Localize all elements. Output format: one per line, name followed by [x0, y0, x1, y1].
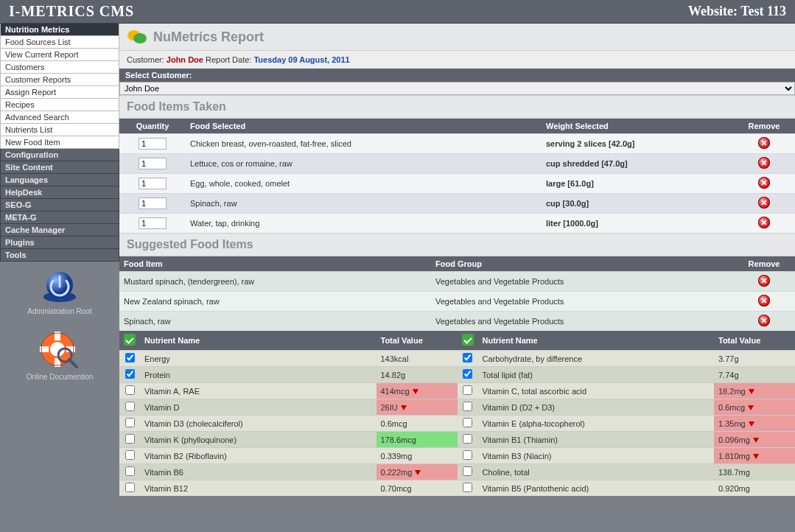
- sidebar-item[interactable]: Customers: [0, 61, 119, 74]
- col-total-value: Total Value: [714, 331, 795, 351]
- nutrient-name: Vitamin B5 (Pantothenic acid): [478, 480, 715, 497]
- table-row: Vitamin B1 (Thiamin)0.096mg: [458, 432, 796, 448]
- nutrient-value: 138.7mg: [714, 464, 795, 480]
- nutrient-value: 0.70mcg: [377, 480, 458, 497]
- col-food-group: Food Group: [431, 256, 733, 272]
- date-label: Report Date:: [206, 55, 251, 64]
- arrow-down-icon: [749, 421, 754, 427]
- sidebar-item[interactable]: Nutrients List: [0, 124, 119, 136]
- table-row: Vitamin C, total ascorbic acid18.2mg: [458, 383, 796, 399]
- nutrient-checkbox[interactable]: [125, 402, 135, 411]
- nutrient-checkbox[interactable]: [125, 466, 135, 476]
- quantity-input[interactable]: [139, 138, 167, 150]
- sidebar-group[interactable]: SEO-G: [0, 199, 119, 211]
- nutrient-value: 414mcg: [377, 383, 458, 399]
- suggested-item: New Zealand spinach, raw: [119, 292, 431, 312]
- table-row: Vitamin D26IU: [119, 399, 458, 416]
- power-icon[interactable]: [38, 267, 81, 304]
- food-selected: Chicken breast, oven-roasted, fat-free, …: [186, 134, 542, 154]
- sidebar-group[interactable]: META-G: [0, 211, 119, 224]
- sidebar-item[interactable]: New Food Item: [0, 136, 119, 149]
- remove-button[interactable]: [758, 295, 770, 307]
- remove-button[interactable]: [758, 197, 770, 209]
- quantity-input[interactable]: [139, 217, 167, 229]
- nutrient-checkbox[interactable]: [125, 369, 135, 379]
- quantity-input[interactable]: [139, 197, 167, 209]
- sidebar-group[interactable]: Site Content: [0, 161, 119, 174]
- nutrient-checkbox[interactable]: [463, 369, 472, 379]
- table-row: Vitamin B120.70mcg: [119, 480, 458, 497]
- nutrient-checkbox[interactable]: [463, 353, 472, 363]
- nutrient-checkbox[interactable]: [125, 434, 135, 444]
- col-check: [119, 331, 140, 351]
- nutrient-checkbox[interactable]: [463, 418, 472, 427]
- food-selected: Lettuce, cos or romaine, raw: [186, 154, 542, 174]
- nutrient-checkbox[interactable]: [463, 450, 472, 460]
- table-row: Vitamin K (phylloquinone)178.6mcg: [119, 432, 458, 448]
- suggested-group: Vegetables and Vegetable Products: [431, 292, 733, 312]
- sidebar-item[interactable]: Food Sources List: [0, 36, 119, 49]
- arrow-down-icon: [749, 389, 754, 394]
- date-value: Tuesday 09 August, 2011: [253, 55, 349, 64]
- remove-button[interactable]: [758, 275, 770, 287]
- nutrient-value: 18.2mg: [714, 383, 795, 399]
- sidebar-group[interactable]: Languages: [0, 174, 119, 186]
- sidebar-group[interactable]: Tools: [0, 249, 119, 262]
- nutrient-checkbox[interactable]: [463, 385, 472, 395]
- nutrients-table: Nutrient Name Total Value Energy143kcalP…: [119, 331, 795, 496]
- sidebar-group[interactable]: Configuration: [0, 149, 119, 161]
- col-nutrient-name: Nutrient Name: [140, 331, 377, 351]
- arrow-down-icon: [753, 454, 759, 459]
- remove-button[interactable]: [758, 177, 770, 189]
- nutrient-checkbox[interactable]: [125, 483, 135, 492]
- quantity-input[interactable]: [139, 178, 167, 189]
- nutrient-checkbox[interactable]: [463, 483, 472, 492]
- sidebar-group[interactable]: Plugins: [0, 237, 119, 249]
- sidebar-item[interactable]: View Current Report: [0, 49, 119, 61]
- nutrient-value: 0.096mg: [714, 432, 795, 448]
- sidebar-item-nutrition-metrics[interactable]: Nutrition Metrics: [0, 24, 119, 36]
- col-check: [458, 331, 478, 351]
- sidebar-group[interactable]: HelpDesk: [0, 186, 119, 199]
- nutrient-name: Vitamin B2 (Riboflavin): [140, 448, 377, 464]
- sidebar-item[interactable]: Customer Reports: [0, 74, 119, 86]
- lifebuoy-icon[interactable]: [38, 330, 81, 370]
- remove-button[interactable]: [758, 137, 770, 149]
- sidebar-group[interactable]: Cache Manager: [0, 224, 119, 237]
- remove-button[interactable]: [758, 157, 770, 169]
- admin-root-label[interactable]: Administration Root: [3, 307, 116, 315]
- remove-button[interactable]: [758, 315, 770, 326]
- weight-selected: liter [1000.0g]: [542, 214, 733, 234]
- nutrient-checkbox[interactable]: [463, 402, 472, 411]
- nutrient-value: 0.222mg: [377, 464, 458, 480]
- nutrient-name: Vitamin B6: [140, 464, 377, 480]
- nutrient-name: Protein: [140, 367, 377, 383]
- nutrient-name: Vitamin D (D2 + D3): [478, 399, 715, 416]
- sidebar-item[interactable]: Recipes: [0, 99, 119, 111]
- page-title: NuMetrics Report: [153, 29, 264, 45]
- check-all-icon[interactable]: [462, 334, 474, 346]
- nutrient-name: Vitamin D3 (cholecalciferol): [140, 416, 377, 432]
- customer-select[interactable]: John Doe: [119, 82, 795, 95]
- quantity-input[interactable]: [139, 158, 167, 169]
- sidebar-item[interactable]: Assign Report: [0, 86, 119, 99]
- online-doc-label[interactable]: Online Documention: [3, 373, 116, 381]
- nutrient-checkbox[interactable]: [125, 385, 135, 395]
- col-remove: Remove: [733, 256, 795, 272]
- nutrient-name: Choline, total: [478, 464, 715, 480]
- nutrient-value: 3.77g: [714, 351, 795, 367]
- nutrient-checkbox[interactable]: [463, 466, 472, 476]
- nutrient-checkbox[interactable]: [463, 434, 472, 444]
- sidebar: Nutrition Metrics Food Sources ListView …: [0, 24, 119, 496]
- nutrient-value: 1.35mg: [714, 416, 795, 432]
- nutrient-name: Vitamin K (phylloquinone): [140, 432, 377, 448]
- check-all-icon[interactable]: [124, 334, 136, 346]
- remove-button[interactable]: [758, 217, 770, 228]
- nutrient-checkbox[interactable]: [125, 450, 135, 460]
- nutrient-checkbox[interactable]: [125, 418, 135, 427]
- table-row: Total lipid (fat)7.74g: [458, 367, 796, 383]
- nutrient-checkbox[interactable]: [125, 353, 135, 363]
- arrow-down-icon: [748, 405, 754, 410]
- table-row: Vitamin B2 (Riboflavin)0.339mg: [119, 448, 458, 464]
- sidebar-item[interactable]: Advanced Search: [0, 111, 119, 124]
